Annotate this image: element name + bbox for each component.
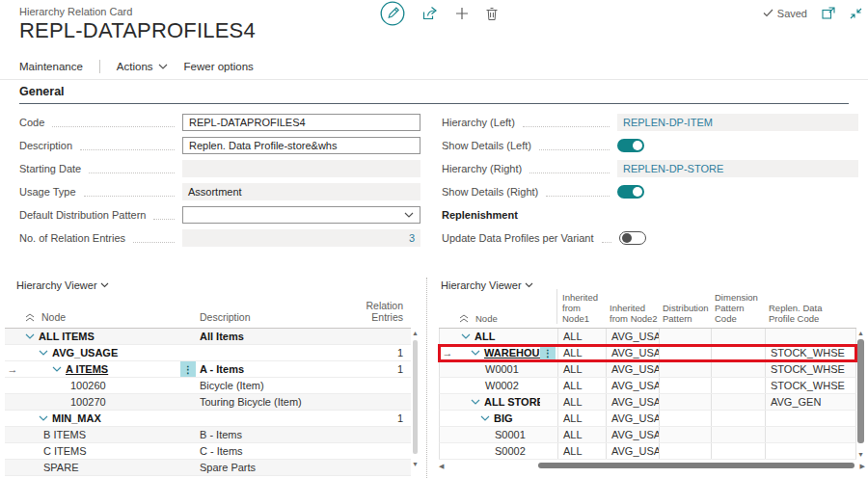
- collapse-arrows-icon[interactable]: [850, 8, 862, 19]
- description-cell: Touring Bicycle (Item): [200, 396, 343, 408]
- edit-pencil-icon[interactable]: [380, 1, 405, 26]
- cell-inherited-from-node2: AVG_USAGE: [606, 329, 659, 344]
- row-menu-button[interactable]: ⋮: [180, 361, 196, 377]
- right-table-vertical-scrollbar[interactable]: ▲ ▼: [856, 330, 865, 458]
- menu-item-maintenance[interactable]: Maintenance: [19, 61, 83, 72]
- node-label: 100260: [70, 380, 106, 391]
- tree-row-big[interactable]: BIGALLAVG_USAGE: [439, 411, 856, 427]
- tree-row-all-items[interactable]: ALL ITEMSAll Items: [5, 329, 411, 345]
- dotted-leader: [89, 164, 175, 173]
- left-part-caption[interactable]: Hierarchy Viewer: [16, 279, 109, 291]
- update-data-profiles-per-variant-toggle[interactable]: [619, 231, 646, 245]
- default-distribution-pattern-select[interactable]: [182, 206, 420, 224]
- col-header-dimension-pattern-code[interactable]: Dimension Pattern Code: [710, 292, 764, 324]
- tree-chevron-icon[interactable]: [25, 333, 35, 339]
- tree-row-min-max[interactable]: MIN_MAX1: [5, 411, 411, 427]
- col-header-inherited-from-node2[interactable]: Inherited from Node2: [605, 303, 658, 324]
- scrollbar-thumb[interactable]: [538, 463, 854, 468]
- hierarchy-right-link[interactable]: REPLEN-DP-STORE: [623, 163, 723, 174]
- col-header-description[interactable]: Description: [200, 311, 343, 323]
- col-header-replen-data-profile-code[interactable]: Replen. Data Profile Code: [764, 303, 847, 324]
- general-right-fields: Hierarchy (Left)REPLEN-DP-ITEMShow Detai…: [442, 114, 858, 252]
- scroll-down-icon[interactable]: ▼: [411, 461, 420, 467]
- cell-inherited-from-node2: AVG_USAGE: [606, 345, 659, 360]
- toggle-knob: [633, 187, 642, 197]
- field-label-hierarchy-left: Hierarchy (Left): [442, 117, 515, 128]
- tree-row-avg-usage[interactable]: AVG_USAGE1: [5, 345, 411, 361]
- tree-chevron-icon[interactable]: [52, 366, 62, 372]
- no-of-relation-entries-link[interactable]: 3: [409, 232, 415, 244]
- plus-icon[interactable]: [455, 7, 469, 20]
- tree-chevron-icon[interactable]: [480, 415, 490, 421]
- tree-chevron-icon[interactable]: [39, 350, 48, 356]
- hierarchy-left-link[interactable]: REPLEN-DP-ITEM: [623, 117, 713, 128]
- menu-item-fewer-options[interactable]: Fewer options: [184, 61, 254, 72]
- starting-date-value: [182, 160, 420, 177]
- right-table-horizontal-scrollbar[interactable]: ◀ ▶: [439, 461, 865, 470]
- trash-icon[interactable]: [485, 7, 499, 21]
- popout-window-icon[interactable]: [822, 7, 835, 19]
- show-details-right-toggle[interactable]: [617, 185, 644, 199]
- tree-row-w0002[interactable]: W0002ALLAVG_USAGESTOCK_WHSE: [439, 378, 856, 394]
- tree-row-all-stores[interactable]: ALL STORESALLAVG_USAGEAVG_GEN: [439, 394, 856, 411]
- hierarchy-left-value: REPLEN-DP-ITEM: [617, 114, 858, 131]
- tree-row-100270[interactable]: 100270Touring Bicycle (Item): [5, 394, 411, 411]
- tree-row-a-items[interactable]: →A ITEMS⋮A - Items1: [5, 361, 411, 378]
- scroll-up-icon[interactable]: ▲: [411, 330, 420, 336]
- panel-splitter[interactable]: [426, 278, 427, 478]
- tree-row-warehouses[interactable]: →WAREHOUSES⋮ALLAVG_USAGESTOCK_WHSE: [439, 345, 856, 361]
- chevron-down-icon: [404, 212, 414, 218]
- cell-distribution-pattern: [659, 345, 711, 360]
- tree-row-c-items[interactable]: C ITEMSC - Items: [5, 443, 411, 460]
- left-table-vertical-scrollbar[interactable]: ▲ ▼: [411, 330, 420, 467]
- menu-divider: [99, 60, 100, 73]
- show-details-left-toggle[interactable]: [617, 139, 644, 152]
- menu-item-label: Actions: [117, 61, 153, 72]
- node-cell: W0001: [455, 361, 540, 377]
- col-header-distribution-pattern[interactable]: Distribution Pattern: [658, 303, 710, 324]
- tree-chevron-icon[interactable]: [471, 350, 480, 356]
- node-cell: ALL: [455, 329, 540, 344]
- scrollbar-track[interactable]: [444, 462, 859, 469]
- tree-row-100260[interactable]: 100260Bicycle (Item): [5, 378, 411, 394]
- no-of-relation-entries-value: 3: [182, 229, 420, 247]
- collapse-all-icon[interactable]: [459, 314, 469, 323]
- cell-replen-data-profile-code: AVG_GEN: [765, 394, 848, 410]
- col-header-node[interactable]: Node: [454, 313, 539, 324]
- tree-row-spare[interactable]: SPARESpare Parts: [5, 460, 411, 476]
- tree-chevron-icon[interactable]: [39, 415, 48, 421]
- col-header-inherited-from-node1[interactable]: Inherited from Node1: [556, 289, 605, 324]
- tree-row-all[interactable]: ALLALLAVG_USAGE: [439, 329, 856, 345]
- tree-row-b-items[interactable]: B ITEMSB - Items: [5, 427, 411, 443]
- scroll-down-icon[interactable]: ▼: [856, 451, 865, 458]
- col-header-node[interactable]: Node: [20, 311, 180, 323]
- scroll-up-icon[interactable]: ▲: [856, 330, 865, 336]
- tree-row-s0001[interactable]: S0001ALLAVG_USAGE: [439, 427, 856, 443]
- node-cell: 100270: [20, 394, 180, 410]
- code-input[interactable]: REPL-DATAPROFILES4: [182, 114, 420, 131]
- cell-dimension-pattern-code: [711, 345, 765, 360]
- tree-chevron-icon[interactable]: [461, 333, 471, 339]
- share-icon[interactable]: [421, 6, 439, 21]
- description-input[interactable]: Replen. Data Profile-store&whs: [182, 137, 420, 154]
- field-label-usage-type: Usage Type: [19, 186, 76, 198]
- node-cell: S0001: [455, 427, 540, 442]
- usage-type-value: Assortment: [182, 183, 420, 200]
- row-menu-button[interactable]: ⋮: [540, 345, 556, 360]
- scroll-right-icon[interactable]: ▶: [860, 463, 865, 469]
- collapse-all-icon[interactable]: [25, 313, 35, 322]
- col-header-relation-entries[interactable]: Relation Entries: [343, 300, 411, 323]
- tree-row-w0001[interactable]: W0001ALLAVG_USAGESTOCK_WHSE: [439, 361, 856, 378]
- tree-row-s0002[interactable]: S0002ALLAVG_USAGE: [439, 443, 856, 460]
- cell-replen-data-profile-code: [765, 411, 848, 426]
- scrollbar-thumb[interactable]: [413, 340, 418, 454]
- scrollbar-thumb[interactable]: [857, 339, 864, 443]
- menu-item-actions[interactable]: Actions: [117, 61, 168, 72]
- cell-inherited-from-node1: ALL: [557, 329, 606, 344]
- tree-chevron-icon[interactable]: [471, 399, 480, 405]
- node-cell: W0002: [455, 378, 540, 393]
- node-cell: AVG_USAGE: [20, 345, 180, 360]
- node-cell: S0002: [455, 443, 540, 459]
- node-cell: B ITEMS: [20, 427, 180, 442]
- field-row-hierarchy-right: Hierarchy (Right)REPLEN-DP-STORE: [442, 160, 858, 177]
